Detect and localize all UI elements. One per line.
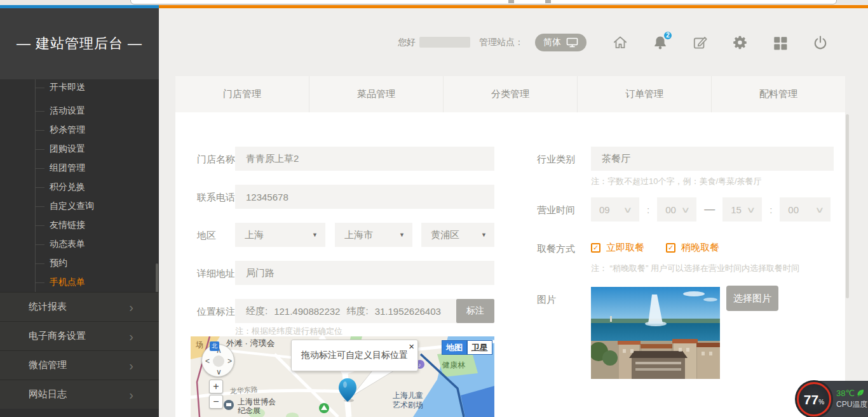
latitude-value: 31.1952626403 bbox=[375, 306, 441, 317]
province-value: 上海 bbox=[245, 229, 264, 241]
district-value: 黄浦区 bbox=[431, 229, 459, 241]
pickup-later-option[interactable]: ✓ 稍晚取餐 bbox=[666, 242, 719, 254]
open-hour-select[interactable]: 09 ∨ bbox=[591, 197, 639, 222]
sidebar-item-flashsale[interactable]: 秒杀管理 bbox=[0, 122, 159, 138]
sidebar-item-custom-query[interactable]: 自定义查询 bbox=[0, 198, 159, 215]
cpu-temp-label: CPU温度 bbox=[836, 399, 867, 410]
industry-label: 行业类别 bbox=[537, 154, 575, 166]
caret-down-icon: ∨ bbox=[623, 205, 633, 215]
checkbox-checked-icon[interactable]: ✓ bbox=[591, 243, 600, 253]
industry-input[interactable] bbox=[591, 147, 834, 171]
caret-down-icon: ∨ bbox=[746, 205, 756, 215]
sidebar-section-statistics[interactable]: 统计报表 › bbox=[0, 292, 159, 321]
tab-bar: 门店管理 菜品管理 分类管理 订单管理 配料管理 bbox=[175, 76, 845, 112]
close-minute-value: 00 bbox=[788, 204, 799, 215]
sidebar-item-label: 手机点单 bbox=[50, 277, 85, 288]
svg-text:♪: ♪ bbox=[418, 362, 421, 368]
pan-down-icon[interactable]: ∨ bbox=[216, 368, 222, 376]
province-select[interactable]: 上海 ▼ bbox=[235, 223, 325, 247]
close-hour-select[interactable]: 15 ∨ bbox=[722, 197, 762, 222]
map-zoom-in-button[interactable]: + bbox=[209, 380, 223, 394]
pan-right-icon[interactable]: > bbox=[227, 357, 232, 365]
tab-dish-management[interactable]: 菜品管理 bbox=[309, 76, 444, 112]
language-pill[interactable]: 简体 bbox=[535, 34, 587, 51]
sidebar-item-points-exchange[interactable]: 积分兑换 bbox=[0, 179, 159, 195]
app-title: — 建站管理后台 — bbox=[0, 8, 159, 79]
city-select[interactable]: 上海市 ▼ bbox=[335, 223, 412, 247]
close-hour-value: 15 bbox=[731, 204, 742, 215]
sidebar-item-mobile-ordering[interactable]: 手机点单 bbox=[0, 274, 159, 291]
sidebar-item-reservation[interactable]: 预约 bbox=[0, 255, 159, 272]
close-icon[interactable]: × bbox=[409, 341, 414, 352]
map-tooltip-text: 拖动标注可自定义目标位置 bbox=[301, 350, 408, 361]
location-map[interactable]: ♪ 场 外滩 · 湾璞会 健康林 龙华东路 上海世博会 纪念展 上海儿童 艺术剧… bbox=[191, 336, 494, 417]
longitude-value: 121.490882232 bbox=[274, 306, 340, 317]
pickup-options: ✓ 立即取餐 ✓ 稍晚取餐 bbox=[591, 242, 719, 254]
select-image-button[interactable]: 选择图片 bbox=[726, 286, 778, 311]
notifications-button[interactable]: 2 bbox=[652, 34, 668, 51]
language-label: 简体 bbox=[543, 37, 561, 48]
sidebar-section-wechat[interactable]: 微信管理 › bbox=[0, 350, 159, 380]
chevron-right-icon: › bbox=[129, 301, 133, 314]
satellite-view-button[interactable]: 卫星 bbox=[467, 340, 492, 355]
map-label-chang: 场 bbox=[195, 340, 203, 349]
store-name-input[interactable] bbox=[235, 147, 494, 171]
edit-icon bbox=[692, 34, 709, 51]
district-select[interactable]: 黄浦区 ▼ bbox=[421, 223, 494, 247]
map-label-expo1: 上海世博会 bbox=[238, 397, 276, 406]
tab-ingredient-management[interactable]: 配料管理 bbox=[712, 76, 845, 112]
address-input[interactable] bbox=[235, 261, 494, 285]
gear-icon bbox=[732, 34, 749, 51]
leaf-icon bbox=[857, 389, 864, 397]
sidebar-item-activity-settings[interactable]: 活动设置 bbox=[0, 103, 159, 119]
sidebar-item-groupbuy-settings[interactable]: 团购设置 bbox=[0, 141, 159, 157]
logout-button[interactable] bbox=[812, 34, 829, 51]
caret-down-icon: ▼ bbox=[399, 232, 405, 238]
open-hour-value: 09 bbox=[599, 204, 610, 215]
pan-left-icon[interactable]: < bbox=[205, 357, 210, 365]
sidebar-item-open-card-gift[interactable]: 开卡即送 bbox=[0, 79, 159, 96]
sidebar-item-dynamic-forms[interactable]: 动态表单 bbox=[0, 236, 159, 253]
checkbox-checked-icon[interactable]: ✓ bbox=[666, 243, 675, 253]
north-badge[interactable]: 北 bbox=[210, 341, 219, 351]
apps-button[interactable] bbox=[772, 34, 789, 51]
map-label-theater2: 艺术剧场 bbox=[393, 400, 423, 409]
phone-input[interactable] bbox=[235, 185, 494, 209]
longitude-label: 经度: bbox=[246, 305, 268, 317]
content-panel: 门店管理 菜品管理 分类管理 订单管理 配料管理 门店名称 联系电话 地区 上海… bbox=[175, 76, 845, 417]
coordinates-box[interactable]: 经度: 121.490882232 纬度: 31.1952626403 bbox=[235, 299, 456, 323]
dash-separator: — bbox=[704, 203, 715, 216]
edit-button[interactable] bbox=[692, 34, 709, 51]
home-button[interactable] bbox=[612, 34, 628, 51]
content-scrollbar[interactable] bbox=[846, 114, 849, 298]
store-photo bbox=[591, 287, 720, 379]
annotate-button[interactable]: 标注 bbox=[456, 299, 494, 323]
open-minute-select[interactable]: 00 ∨ bbox=[657, 197, 696, 222]
caret-down-icon: ▼ bbox=[481, 232, 487, 238]
map-view-button[interactable]: 地图 bbox=[442, 340, 467, 355]
sidebar-item-label: 积分兑换 bbox=[50, 182, 85, 193]
latitude-label: 纬度: bbox=[346, 305, 368, 317]
sidebar-section-site-log[interactable]: 网站日志 › bbox=[0, 380, 159, 409]
tab-order-management[interactable]: 订单管理 bbox=[578, 76, 712, 112]
map-zoom-out-button[interactable]: − bbox=[209, 395, 223, 409]
cpu-monitor-widget[interactable]: 77 % 38℃ CPU温度 bbox=[796, 381, 868, 417]
tab-store-management[interactable]: 门店管理 bbox=[175, 76, 309, 112]
sidebar-item-friend-links[interactable]: 友情链接 bbox=[0, 217, 159, 234]
sidebar-section-ecommerce[interactable]: 电子商务设置 › bbox=[0, 321, 159, 350]
store-photo-image bbox=[591, 287, 720, 379]
tab-category-management[interactable]: 分类管理 bbox=[444, 76, 578, 112]
section-label: 网站日志 bbox=[29, 388, 129, 400]
sidebar-submenu: 开卡即送 活动设置 秒杀管理 团购设置 组团管理 积分兑换 自定义查询 友情链接… bbox=[0, 79, 159, 292]
topbar: 您好 管理站点： 简体 2 bbox=[159, 8, 868, 76]
pickup-now-option[interactable]: ✓ 立即取餐 bbox=[591, 242, 644, 254]
sidebar-sections: 统计报表 › 电子商务设置 › 微信管理 › 网站日志 › bbox=[0, 292, 159, 409]
screen: — 建站管理后台 — 开卡即送 活动设置 秒杀管理 团购设置 组团管理 积分兑换… bbox=[0, 0, 868, 417]
pan-center-knob[interactable] bbox=[213, 355, 224, 367]
browser-address-bar[interactable] bbox=[130, 0, 837, 4]
sidebar-item-group-management[interactable]: 组团管理 bbox=[0, 160, 159, 176]
open-minute-value: 00 bbox=[665, 204, 676, 215]
settings-button[interactable] bbox=[732, 34, 749, 51]
close-minute-select[interactable]: 00 ∨ bbox=[780, 197, 831, 222]
sidebar-item-label: 自定义查询 bbox=[50, 201, 94, 212]
